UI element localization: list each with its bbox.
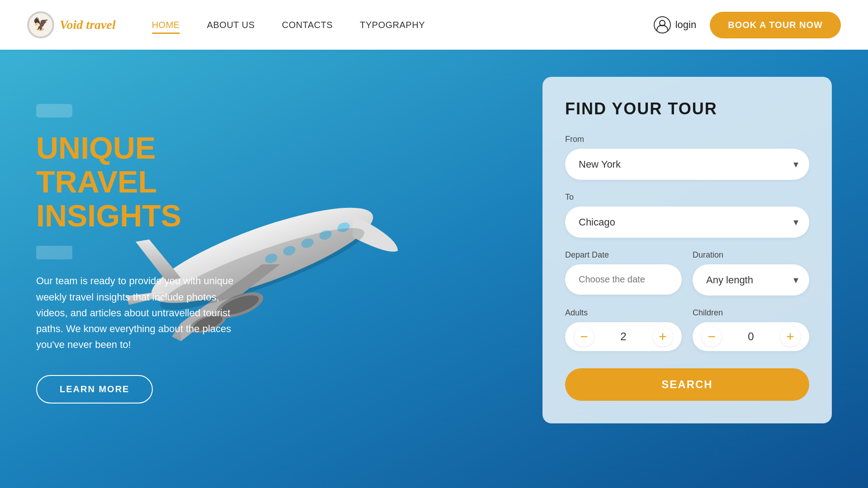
nav-home[interactable]: HOME [152,20,180,30]
children-value: 0 [742,330,760,343]
logo-icon: 🦅 [27,11,54,38]
nav: HOME ABOUT US CONTACTS TYPOGRAPHY [152,20,654,30]
to-select-wrapper: Chicago New York Los Angeles Miami [565,206,809,238]
date-duration-row: Depart Date Duration Any length 1 week 2… [565,250,809,296]
children-counter: − 0 + [693,322,809,351]
learn-more-button[interactable]: LEARN MORE [36,375,153,404]
logo-text: Void travel [60,18,116,32]
hero-section: UNIQUE TRAVEL INSIGHTS Our team is ready… [0,50,868,488]
adults-counter: − 2 + [565,322,682,351]
depart-group: Depart Date [565,250,682,296]
depart-date-input[interactable] [565,264,682,295]
adults-children-row: Adults − 2 + Children − 0 + [565,308,809,351]
hero-badge [36,104,72,117]
login-label: login [675,19,696,31]
header-right: login BOOK A TOUR NOW [654,12,841,38]
panel-title: FIND YOUR TOUR [565,99,809,118]
search-button[interactable]: SEARCH [565,368,809,401]
find-tour-panel: FIND YOUR TOUR From New York Los Angeles… [542,77,832,423]
children-label: Children [693,308,809,318]
nav-contacts[interactable]: CONTACTS [282,20,333,30]
hero-title: UNIQUE TRAVEL INSIGHTS [36,131,244,232]
to-label: To [565,192,809,202]
depart-label: Depart Date [565,250,682,260]
adults-value: 2 [614,330,632,343]
from-select[interactable]: New York Los Angeles Chicago Houston [565,149,809,180]
hero-description: Our team is ready to provide you with un… [36,273,244,352]
duration-select[interactable]: Any length 1 week 2 weeks 1 month [693,264,809,296]
adults-decrement-button[interactable]: − [574,327,594,347]
children-increment-button[interactable]: + [780,327,800,347]
nav-typography[interactable]: TYPOGRAPHY [360,20,425,30]
hero-content: UNIQUE TRAVEL INSIGHTS Our team is ready… [0,50,280,458]
svg-text:🦅: 🦅 [33,17,49,32]
logo[interactable]: 🦅 Void travel [27,11,116,38]
header: 🦅 Void travel HOME ABOUT US CONTACTS TYP… [0,0,868,50]
adults-group: Adults − 2 + [565,308,682,351]
hero-divider [36,246,72,259]
to-group: To Chicago New York Los Angeles Miami [565,192,809,238]
nav-about[interactable]: ABOUT US [207,20,255,30]
from-select-wrapper: New York Los Angeles Chicago Houston [565,149,809,180]
duration-group: Duration Any length 1 week 2 weeks 1 mon… [693,250,809,296]
duration-label: Duration [693,250,809,260]
from-group: From New York Los Angeles Chicago Housto… [565,135,809,180]
children-group: Children − 0 + [693,308,809,351]
login-button[interactable]: login [654,16,696,33]
book-tour-button[interactable]: BOOK A TOUR NOW [710,12,841,38]
user-icon [654,16,671,33]
adults-increment-button[interactable]: + [653,327,673,347]
duration-select-wrapper: Any length 1 week 2 weeks 1 month [693,264,809,296]
from-label: From [565,135,809,144]
to-select[interactable]: Chicago New York Los Angeles Miami [565,206,809,238]
children-decrement-button[interactable]: − [702,327,722,347]
adults-label: Adults [565,308,682,318]
